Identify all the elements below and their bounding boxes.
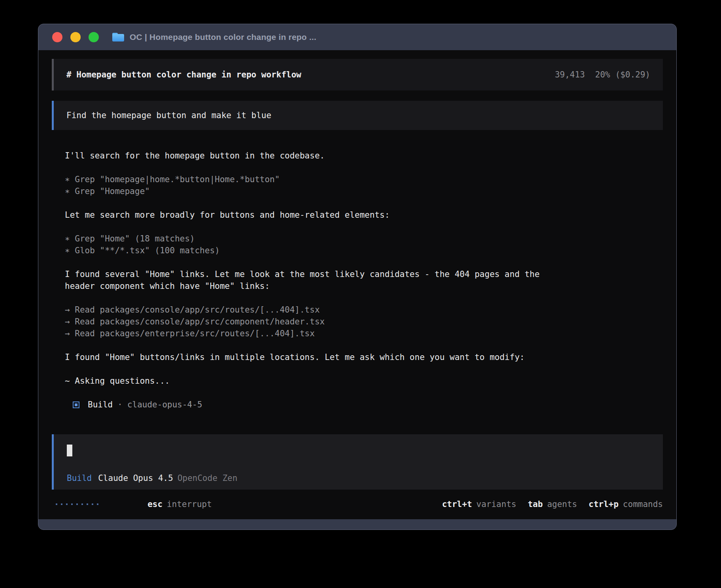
zoom-button[interactable] (89, 32, 99, 42)
model-row: Build Claude Opus 4.5 OpenCode Zen (67, 472, 650, 484)
input-agent-name: Build (67, 472, 92, 484)
hint-label: interrupt (167, 499, 212, 509)
transcript-line: ~ Asking questions... (65, 375, 663, 387)
transcript-line: header component which have "Home" links… (65, 280, 663, 292)
close-button[interactable] (52, 32, 62, 42)
footer-hint-agents: tabagents (528, 498, 577, 510)
transcript-line: → Read packages/enterprise/src/routes/[.… (65, 328, 663, 339)
session-cost: ($0.29) (615, 69, 650, 81)
transcript-block: → Read packages/console/app/src/routes/[… (65, 304, 663, 339)
footer-bar: escinterrupt ctrl+tvariantstabagentsctrl… (52, 498, 663, 510)
status-agent-name: Build (88, 399, 113, 411)
hint-key: ctrl+p (589, 499, 619, 509)
transcript-line: I found "Home" buttons/links in multiple… (65, 351, 663, 363)
status-separator: · (117, 399, 123, 411)
spinner-dot (97, 503, 98, 505)
context-percent: 20% (595, 69, 610, 81)
title-bar[interactable]: OC | Homepage button color change in rep… (38, 24, 676, 50)
folder-icon (112, 33, 124, 41)
footer-hint-interrupt: escinterrupt (108, 486, 212, 519)
prompt-input[interactable]: Build Claude Opus 4.5 OpenCode Zen (52, 434, 663, 490)
hint-label: agents (547, 499, 577, 509)
spinner-dot (76, 503, 78, 505)
transcript-block: Let me search more broadly for buttons a… (65, 209, 663, 221)
terminal-window: OC | Homepage button color change in rep… (38, 24, 677, 530)
spinner-dot (92, 503, 93, 505)
window-title: OC | Homepage button color change in rep… (130, 32, 316, 42)
spinner-dot (56, 503, 57, 505)
transcript-line: ∗ Grep "homepage|home.*button|Home.*butt… (65, 173, 663, 185)
agent-build-icon (73, 401, 79, 408)
hint-label: commands (623, 499, 663, 509)
transcript-line: → Read packages/console/app/src/routes/[… (65, 304, 663, 316)
transcript-block: ∗ Grep "Home" (18 matches)∗ Glob "**/*.t… (65, 233, 663, 256)
title-group: OC | Homepage button color change in rep… (112, 32, 316, 42)
transcript-line: I'll search for the homepage button in t… (65, 150, 663, 162)
transcript-line: I found several "Home" links. Let me loo… (65, 268, 663, 280)
transcript-block: ~ Asking questions... (65, 375, 663, 387)
transcript-block: I'll search for the homepage button in t… (65, 150, 663, 162)
traffic-lights (52, 32, 99, 42)
transcript-line: ∗ Grep "Home" (18 matches) (65, 233, 663, 245)
transcript-line: ∗ Grep "Homepage" (65, 185, 663, 197)
input-provider-name: OpenCode Zen (177, 472, 238, 484)
transcript-block: ∗ Grep "homepage|home.*button|Home.*butt… (65, 173, 663, 197)
token-count: 39,413 (555, 69, 585, 81)
transcript-block: I found "Home" buttons/links in multiple… (65, 351, 663, 363)
transcript-block: I found several "Home" links. Let me loo… (65, 268, 663, 292)
minimize-button[interactable] (70, 32, 81, 42)
spinner-dot (61, 503, 62, 505)
spinner-dot (81, 503, 83, 505)
transcript-line: Let me search more broadly for buttons a… (65, 209, 663, 221)
footer-hints-right: ctrl+tvariantstabagentsctrl+pcommands (442, 498, 663, 510)
transcript-line: → Read packages/console/app/src/componen… (65, 316, 663, 328)
spinner-dot (71, 503, 73, 505)
text-cursor (67, 445, 72, 456)
input-model-name: Claude Opus 4.5 (98, 472, 173, 484)
spinner-dot (66, 503, 68, 505)
hint-label: variants (476, 499, 516, 509)
spinner-dots (56, 503, 98, 505)
transcript-line: ∗ Glob "**/*.tsx" (100 matches) (65, 245, 663, 256)
hint-key: tab (528, 499, 543, 509)
footer-hint-variants: ctrl+tvariants (442, 498, 516, 510)
transcript: I'll search for the homepage button in t… (65, 150, 663, 387)
hint-key: ctrl+t (442, 499, 472, 509)
spinner-dot (87, 503, 88, 505)
hint-key: esc (147, 499, 162, 509)
session-title: # Homepage button color change in repo w… (66, 69, 301, 81)
footer-hint-commands: ctrl+pcommands (589, 498, 663, 510)
agent-status-line: Build · claude-opus-4-5 (73, 399, 663, 411)
session-stats: 39,413 20% ($0.29) (555, 69, 650, 81)
terminal-content: # Homepage button color change in repo w… (38, 50, 676, 519)
window-bottom-strip (38, 519, 676, 530)
session-header: # Homepage button color change in repo w… (52, 59, 663, 90)
status-model-name: claude-opus-4-5 (127, 399, 202, 411)
user-message: Find the homepage button and make it blu… (52, 101, 663, 130)
